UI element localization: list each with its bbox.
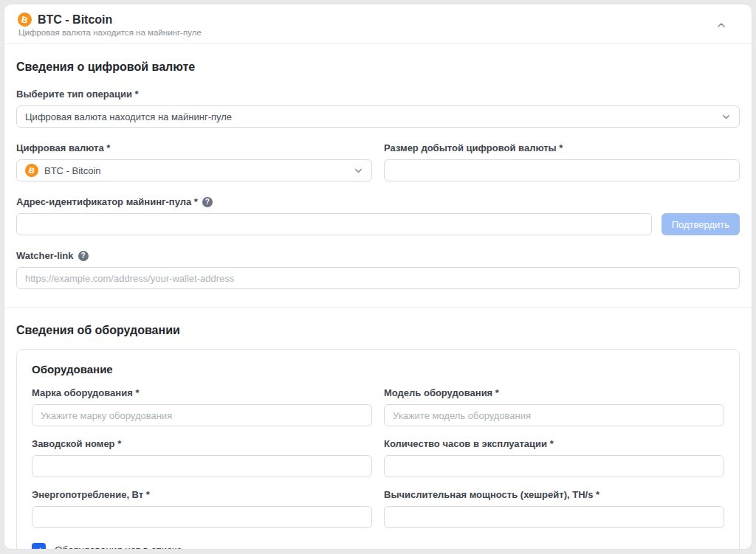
currency-field: Цифровая валюта * B BTC - Bitcoin: [16, 128, 372, 181]
equipment-power-field: Энергопотребление, Вт *: [32, 477, 372, 528]
equipment-power-input[interactable]: [32, 506, 372, 528]
equipment-hashrate-label: Вычислительная мощность (хешрейт), TH/s …: [384, 489, 724, 500]
accordion-subtitle: Цифровая валюта находится на майнинг-пул…: [18, 28, 716, 37]
chevron-down-icon: [721, 112, 731, 122]
checkbox-checked-icon[interactable]: ✓: [32, 543, 46, 550]
bitcoin-icon: B: [16, 11, 33, 28]
btc-accordion-card: B BTC - Bitcoin Цифровая валюта находитс…: [4, 4, 752, 550]
help-icon[interactable]: ?: [78, 251, 89, 261]
mined-amount-label: Размер добытой цифровой валюты *: [384, 142, 740, 153]
mined-amount-field: Размер добытой цифровой валюты *: [384, 128, 740, 181]
equipment-card: Оборудование Марка оборудования * Модель…: [16, 349, 740, 550]
equipment-serial-input[interactable]: [32, 455, 372, 477]
confirm-button[interactable]: Подтвердить: [662, 213, 740, 235]
section-divider: [4, 307, 752, 308]
equipment-model-field: Модель оборудования *: [384, 375, 724, 426]
currency-value: BTC - Bitcoin: [44, 165, 348, 176]
accordion-header[interactable]: B BTC - Bitcoin Цифровая валюта находитс…: [4, 4, 752, 44]
watcher-link-label: Watcher-link ?: [16, 250, 740, 261]
equipment-card-title: Оборудование: [32, 363, 724, 375]
equipment-hashrate-field: Вычислительная мощность (хешрейт), TH/s …: [384, 477, 724, 528]
watcher-link-input[interactable]: [16, 267, 740, 289]
accordion-title: BTC - Bitcoin: [38, 13, 112, 27]
chevron-down-icon: [354, 166, 363, 176]
mined-amount-input[interactable]: [384, 159, 740, 181]
accordion-header-text: B BTC - Bitcoin Цифровая валюта находитс…: [18, 13, 716, 37]
equipment-hashrate-input[interactable]: [384, 506, 724, 528]
pool-address-label: Адрес-идентификатор майнинг-пула * ?: [16, 196, 740, 207]
help-icon[interactable]: ?: [202, 197, 213, 207]
equipment-hours-input[interactable]: [384, 455, 724, 477]
bitcoin-icon: B: [24, 162, 39, 178]
currency-label: Цифровая валюта *: [16, 142, 372, 153]
equipment-hours-field: Количество часов в эксплуатации *: [384, 426, 724, 477]
equipment-serial-field: Заводской номер *: [32, 426, 372, 477]
equipment-brand-label: Марка оборудования *: [32, 387, 372, 398]
equipment-brand-field: Марка оборудования *: [32, 375, 372, 426]
not-in-list-checkbox-row[interactable]: ✓ Оборудования нет в списке: [32, 543, 724, 550]
equipment-model-label: Модель оборудования *: [384, 387, 724, 398]
chevron-up-icon[interactable]: [716, 20, 726, 30]
pool-address-input[interactable]: [16, 213, 652, 235]
equipment-serial-label: Заводской номер *: [32, 438, 372, 449]
equipment-model-input[interactable]: [384, 404, 724, 426]
operation-type-label: Выберите тип операции *: [16, 89, 740, 100]
equipment-brand-input[interactable]: [32, 404, 372, 426]
not-in-list-checkbox-label: Оборудования нет в списке: [55, 544, 182, 550]
currency-select[interactable]: B BTC - Bitcoin: [16, 159, 372, 181]
operation-type-value: Цифровая валюта находится на майнинг-пул…: [25, 111, 715, 122]
currency-section-heading: Сведения о цифровой валюте: [16, 60, 740, 74]
equipment-hours-label: Количество часов в эксплуатации *: [384, 438, 724, 449]
operation-type-select[interactable]: Цифровая валюта находится на майнинг-пул…: [16, 105, 740, 128]
equipment-power-label: Энергопотребление, Вт *: [32, 489, 372, 500]
equipment-section-heading: Сведения об оборудовании: [16, 324, 740, 337]
